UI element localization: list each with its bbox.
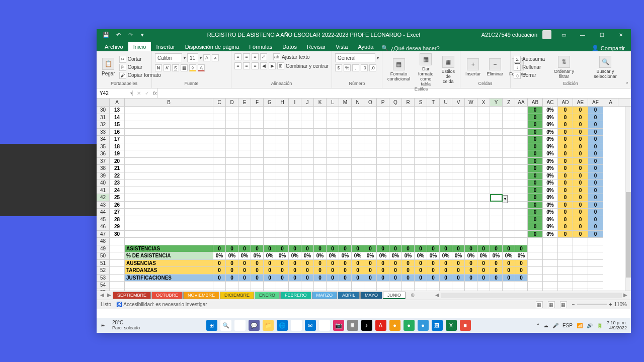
cell-Y43[interactable]	[490, 202, 503, 209]
cell-Q46[interactable]	[389, 223, 402, 231]
cell-AE31[interactable]: 0	[573, 114, 588, 122]
cell-I36[interactable]	[289, 150, 301, 158]
cell-O51[interactable]: 0	[364, 260, 377, 267]
cell-J44[interactable]	[301, 209, 314, 216]
cell-S41[interactable]	[415, 187, 427, 195]
cell-V51[interactable]: 0	[452, 260, 465, 267]
cell-B41[interactable]	[125, 187, 213, 195]
cell-H36[interactable]	[276, 150, 289, 158]
cell-V46[interactable]	[452, 223, 465, 231]
cell-D47[interactable]	[226, 231, 238, 238]
sheet-nav-next-icon[interactable]: ▶	[106, 292, 113, 299]
currency-icon[interactable]: $	[335, 64, 342, 71]
col-header-AF[interactable]: AF	[588, 99, 603, 106]
cell-G32[interactable]	[264, 121, 276, 129]
enter-icon[interactable]: ✓	[145, 90, 149, 96]
cell-Z33[interactable]	[503, 129, 515, 136]
cell-C47[interactable]	[213, 231, 226, 238]
minimize-icon[interactable]: —	[576, 29, 590, 40]
cell-N52[interactable]: 0	[352, 267, 364, 275]
cell-X31[interactable]	[477, 114, 490, 122]
cell-AB33[interactable]: 0	[528, 129, 543, 136]
cell-AB30[interactable]: 0	[528, 107, 543, 114]
cell-G33[interactable]	[264, 129, 276, 136]
cell-S31[interactable]	[415, 114, 427, 122]
cell-G30[interactable]	[264, 107, 276, 114]
cell-AC46[interactable]: 0%	[543, 223, 558, 231]
cell-J33[interactable]	[301, 129, 314, 136]
col-header-W[interactable]: W	[465, 99, 477, 106]
cell-D51[interactable]: 0	[226, 260, 238, 267]
cell-AF47[interactable]: 0	[588, 231, 603, 238]
cell-U47[interactable]	[440, 231, 452, 238]
cell-Q34[interactable]	[389, 136, 402, 143]
cell-Y51[interactable]: 0	[490, 260, 503, 267]
cell-X33[interactable]	[477, 129, 490, 136]
cell-P50[interactable]: 0%	[377, 252, 389, 260]
summary-label-50[interactable]: % DE ASISTENCIA	[125, 252, 213, 260]
cell-AA51[interactable]: 0	[515, 260, 528, 267]
merge-center-button[interactable]: Combinar y centrar	[286, 63, 329, 69]
row-header-55[interactable]: 55	[97, 289, 110, 291]
cell-E46[interactable]	[238, 223, 251, 231]
cell-AC37[interactable]: 0%	[543, 158, 558, 165]
fill-button[interactable]: ↓Rellenar	[514, 64, 545, 71]
cell-AA35[interactable]	[515, 143, 528, 151]
cell-R31[interactable]	[402, 114, 415, 122]
summary-label-51[interactable]: AUSENCIAS	[125, 260, 213, 267]
cell-F47[interactable]	[251, 231, 264, 238]
cell-L53[interactable]: 0	[327, 275, 339, 282]
save-icon[interactable]: 💾	[103, 31, 110, 38]
cell-T53[interactable]: 0	[427, 275, 440, 282]
col-header-O[interactable]: O	[364, 99, 377, 106]
cell-X34[interactable]	[477, 136, 490, 143]
cell-M50[interactable]: 0%	[339, 252, 352, 260]
align-left-icon[interactable]: ≡	[234, 62, 242, 69]
cell-E35[interactable]	[238, 143, 251, 151]
cell-E38[interactable]	[238, 165, 251, 172]
cell-C39[interactable]	[213, 172, 226, 180]
cell-F45[interactable]	[251, 216, 264, 224]
cell-B40[interactable]	[125, 179, 213, 187]
cell-AA41[interactable]	[515, 187, 528, 195]
cell-Z52[interactable]: 0	[503, 267, 515, 275]
cell-AC36[interactable]: 0%	[543, 150, 558, 158]
cell-X50[interactable]: 0%	[477, 252, 490, 260]
cell-N44[interactable]	[352, 209, 364, 216]
insert-cells-button[interactable]: +Insertar	[463, 58, 483, 76]
cell-N45[interactable]	[352, 216, 364, 224]
cell-S33[interactable]	[415, 129, 427, 136]
cell-J38[interactable]	[301, 165, 314, 172]
cell-S35[interactable]	[415, 143, 427, 151]
cell-W36[interactable]	[465, 150, 477, 158]
col-header-S[interactable]: S	[415, 99, 427, 106]
cell-Y53[interactable]: 0	[490, 275, 503, 282]
cell-D35[interactable]	[226, 143, 238, 151]
cell-S37[interactable]	[415, 158, 427, 165]
cell-C38[interactable]	[213, 165, 226, 172]
cell-U32[interactable]	[440, 121, 452, 129]
cell-G51[interactable]: 0	[264, 260, 276, 267]
cell-P35[interactable]	[377, 143, 389, 151]
cell-U36[interactable]	[440, 150, 452, 158]
cell-L44[interactable]	[327, 209, 339, 216]
cell-Y47[interactable]	[490, 231, 503, 238]
cell-X42[interactable]	[477, 194, 490, 202]
cell-AF46[interactable]: 0	[588, 223, 603, 231]
cell-V43[interactable]	[452, 202, 465, 209]
cell-I40[interactable]	[289, 179, 301, 187]
cell-M36[interactable]	[339, 150, 352, 158]
col-header-A[interactable]: A	[110, 99, 125, 106]
cell-G38[interactable]	[264, 165, 276, 172]
cell-D46[interactable]	[226, 223, 238, 231]
cell-G36[interactable]	[264, 150, 276, 158]
cell-AD30[interactable]: 0	[558, 107, 573, 114]
cell-F52[interactable]: 0	[251, 267, 264, 275]
sheet-tab-junio[interactable]: JUNIO	[383, 292, 406, 299]
cell-M44[interactable]	[339, 209, 352, 216]
cell-G49[interactable]: 0	[264, 245, 276, 253]
cell-AA43[interactable]	[515, 202, 528, 209]
cell-P39[interactable]	[377, 172, 389, 180]
cell-B32[interactable]	[125, 121, 213, 129]
summary-label-52[interactable]: TARDANZAS	[125, 267, 213, 275]
